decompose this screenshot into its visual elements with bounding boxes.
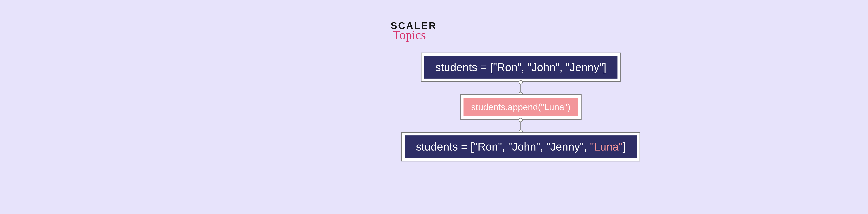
code-result-list: students = ["Ron", "John", "Jenny", "Lun… <box>405 136 637 158</box>
code-initial-list: students = ["Ron", "John", "Jenny"] <box>424 56 618 78</box>
result-prefix: students = ["Ron", "John", "Jenny", <box>416 140 590 153</box>
logo-line2: Topics <box>391 29 426 41</box>
diagram-box-append-call: students.append("Luna") <box>460 94 582 120</box>
diagram-box-result-list: students = ["Ron", "John", "Jenny", "Lun… <box>401 132 640 162</box>
connector-1 <box>521 82 521 94</box>
code-append-call: students.append("Luna") <box>464 98 578 116</box>
result-highlight: "Luna" <box>590 140 623 153</box>
scaler-topics-logo: SCALER Topics <box>391 21 437 41</box>
result-suffix: ] <box>623 140 626 153</box>
diagram-box-initial-list: students = ["Ron", "John", "Jenny"] <box>421 52 621 82</box>
connector-2 <box>521 120 521 132</box>
flow-diagram: students = ["Ron", "John", "Jenny"] stud… <box>401 52 640 162</box>
